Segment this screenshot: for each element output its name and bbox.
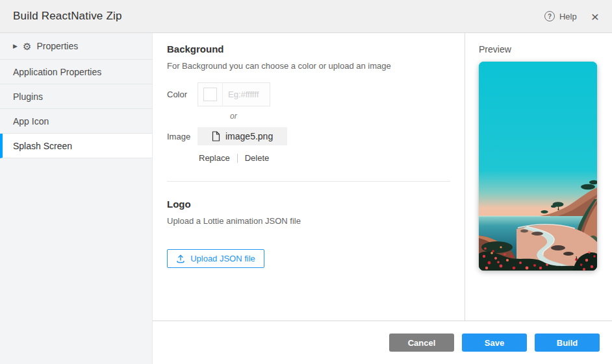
divider bbox=[237, 154, 238, 163]
sidebar-item-label: App Icon bbox=[13, 116, 49, 127]
dialog-footer: Cancel Save Build bbox=[153, 321, 612, 364]
color-swatch[interactable] bbox=[203, 88, 217, 101]
section-divider bbox=[167, 181, 450, 182]
background-section-description: For Background you can choose a color or… bbox=[167, 61, 450, 71]
save-button[interactable]: Save bbox=[462, 334, 527, 352]
upload-json-label: Upload JSON file bbox=[190, 254, 255, 263]
right-column: Background For Background you can choose… bbox=[153, 33, 612, 364]
help-button[interactable]: ? Help bbox=[544, 11, 577, 21]
background-section-title: Background bbox=[167, 43, 450, 55]
image-row: Image image5.png bbox=[167, 127, 450, 145]
logo-section-title: Logo bbox=[167, 199, 450, 210]
image-filename: image5.png bbox=[225, 131, 273, 141]
sidebar-item-plugins[interactable]: Plugins bbox=[0, 84, 152, 109]
document-icon bbox=[212, 131, 220, 141]
sidebar: ▶ ⚙ Properties Application Properties Pl… bbox=[0, 33, 153, 364]
gear-icon: ⚙ bbox=[23, 42, 31, 51]
delete-link[interactable]: Delete bbox=[245, 153, 270, 163]
dialog-title: Build ReactNative Zip bbox=[13, 10, 122, 23]
color-label: Color bbox=[167, 90, 198, 99]
cancel-button[interactable]: Cancel bbox=[389, 334, 454, 352]
close-icon[interactable]: × bbox=[591, 10, 599, 23]
content-row: Background For Background you can choose… bbox=[153, 33, 612, 321]
color-row: Color bbox=[167, 82, 450, 106]
sidebar-item-label: Splash Screen bbox=[13, 141, 72, 151]
sidebar-item-label: Properties bbox=[36, 41, 78, 51]
image-actions: Replace Delete bbox=[199, 153, 450, 163]
or-text: or bbox=[230, 112, 450, 121]
help-label: Help bbox=[559, 12, 577, 21]
upload-arrow-icon bbox=[176, 254, 185, 263]
image-file-chip[interactable]: image5.png bbox=[198, 127, 287, 145]
help-icon: ? bbox=[544, 11, 555, 21]
chevron-right-icon[interactable]: ▶ bbox=[13, 43, 18, 49]
sidebar-item-label: Plugins bbox=[13, 91, 43, 102]
sidebar-item-label: Application Properties bbox=[13, 67, 101, 77]
dialog-header: Build ReactNative Zip ? Help × bbox=[0, 0, 612, 33]
splash-screen-settings: Background For Background you can choose… bbox=[153, 33, 465, 321]
preview-title: Preview bbox=[479, 44, 612, 55]
logo-section-description: Upload a Lottie animation JSON file bbox=[167, 216, 450, 226]
image-label: Image bbox=[167, 132, 198, 141]
color-input[interactable] bbox=[223, 90, 268, 99]
build-reactnative-dialog: Build ReactNative Zip ? Help × ▶ ⚙ Prope… bbox=[0, 0, 612, 364]
sidebar-item-application-properties[interactable]: Application Properties bbox=[0, 60, 152, 84]
preview-image bbox=[479, 62, 597, 271]
sidebar-item-properties[interactable]: ▶ ⚙ Properties bbox=[0, 33, 152, 60]
build-button[interactable]: Build bbox=[535, 334, 600, 352]
upload-json-button[interactable]: Upload JSON file bbox=[167, 249, 264, 268]
sidebar-item-app-icon[interactable]: App Icon bbox=[0, 109, 152, 134]
preview-panel: Preview bbox=[465, 33, 612, 321]
color-input-group bbox=[198, 82, 270, 106]
replace-link[interactable]: Replace bbox=[199, 153, 230, 163]
header-actions: ? Help × bbox=[544, 10, 599, 23]
dialog-body: ▶ ⚙ Properties Application Properties Pl… bbox=[0, 33, 612, 364]
sidebar-item-splash-screen[interactable]: Splash Screen bbox=[0, 134, 152, 158]
